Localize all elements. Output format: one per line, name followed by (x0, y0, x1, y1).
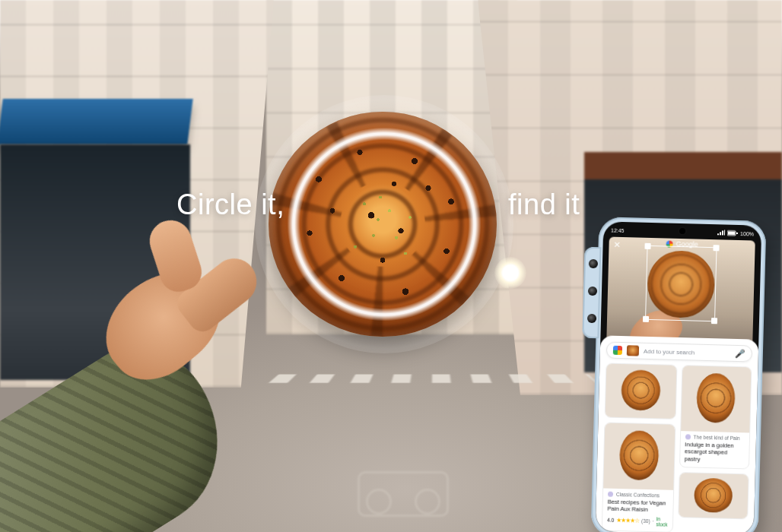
hero-text-right: find it (508, 188, 580, 221)
result-image (679, 473, 749, 519)
search-image-chip[interactable] (627, 345, 639, 356)
svg-rect-1 (728, 232, 735, 235)
result-rating: 4.0 ★★★★☆ (30) · In stock (607, 515, 668, 527)
results-column-right: The best kind of Pain Indulge in a golde… (677, 365, 752, 532)
crop-handle-icon[interactable] (713, 245, 719, 251)
result-source: The best kind of Pain (685, 434, 745, 441)
result-source-label: Classic Confections (616, 492, 660, 498)
favicon-icon (685, 434, 690, 439)
results-grid: Classic Confections Best recipes for Veg… (602, 363, 752, 532)
phone-camera-lens-icon (587, 314, 596, 323)
result-card[interactable]: The best kind of Pain Indulge in a golde… (679, 365, 752, 470)
result-source-label: The best kind of Pain (693, 435, 739, 442)
bike-lane-icon (358, 471, 449, 517)
pastry-escargot (269, 112, 497, 337)
lens-capture-preview: ✕ Google (606, 237, 755, 347)
search-input[interactable]: Add to your search 🎤 (606, 342, 753, 363)
result-image (603, 423, 675, 489)
result-title: Best recipes for Vegan Pain Aux Raisin (607, 499, 668, 515)
result-card[interactable]: Classic Confections Best recipes for Veg… (602, 422, 676, 532)
signal-icon (717, 230, 725, 236)
result-image (606, 364, 676, 419)
result-title: Indulge in a golden escargot shaped past… (685, 441, 745, 464)
rating-count: (30) (641, 518, 650, 524)
svg-rect-2 (736, 233, 738, 234)
rating-value: 4.0 (607, 518, 614, 523)
circle-to-search-glint (494, 257, 526, 289)
results-column-left: Classic Confections Best recipes for Veg… (602, 363, 677, 532)
crop-frame[interactable] (645, 245, 717, 321)
phone-mockup: 12:45 100% ✕ Google (591, 217, 767, 532)
results-sheet: Add to your search 🎤 (596, 335, 759, 532)
promo-scene: Circle it, find it 12:45 100% (0, 0, 782, 532)
phone-camera-lens-icon (588, 287, 597, 296)
phone-camera-lens-icon (589, 259, 598, 268)
battery-icon (727, 230, 738, 236)
status-battery-text: 100% (740, 231, 754, 236)
status-time: 12:45 (611, 227, 625, 233)
pastry-pistachio (269, 112, 497, 337)
hero-text-left: Circle it, (176, 188, 285, 221)
result-card[interactable] (605, 363, 677, 419)
storefront-awning-left (0, 99, 193, 144)
crop-handle-icon[interactable] (643, 316, 649, 322)
crop-handle-icon[interactable] (644, 243, 650, 249)
star-icon: ★★★★☆ (616, 517, 639, 524)
result-source: Classic Confections (608, 492, 669, 499)
search-placeholder: Add to your search (644, 347, 730, 356)
stock-status: In stock (656, 516, 668, 527)
mic-icon[interactable]: 🎤 (735, 348, 745, 358)
result-card[interactable] (678, 473, 749, 520)
google-g-icon (613, 346, 622, 355)
crop-handle-icon[interactable] (711, 318, 717, 324)
result-image (681, 366, 752, 432)
favicon-icon (608, 492, 613, 497)
phone-screen: 12:45 100% ✕ Google (596, 221, 762, 532)
